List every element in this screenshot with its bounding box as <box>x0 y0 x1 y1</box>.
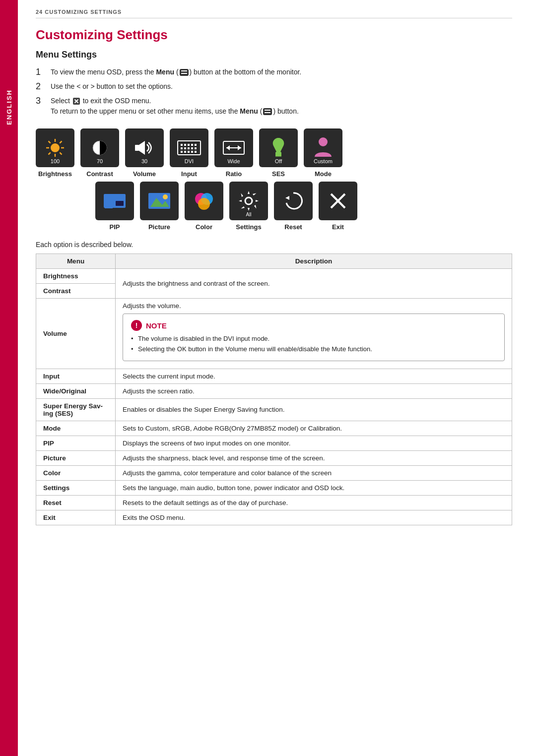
table-col-description: Description <box>116 254 512 269</box>
osd-mode: Custom Mode <box>304 128 342 178</box>
ses-label: SES <box>272 170 285 178</box>
note-list: The volume is disabled in the DVI input … <box>131 334 496 355</box>
menu-volume: Volume <box>36 299 116 369</box>
desc-mode: Sets to Custom, sRGB, Adobe RGB(Only 27M… <box>116 421 512 436</box>
picture-icon <box>147 191 171 211</box>
note-item: Selecting the OK button in the Volume me… <box>131 344 496 355</box>
svg-rect-17 <box>195 144 197 146</box>
svg-rect-36 <box>116 201 124 206</box>
main-content: 24 CUSTOMIZING SETTINGS Customizing Sett… <box>18 0 536 756</box>
page-header: 24 CUSTOMIZING SETTINGS <box>36 9 512 18</box>
svg-rect-27 <box>195 151 197 153</box>
mode-icon <box>314 137 333 159</box>
note-item: The volume is disabled in the DVI input … <box>131 334 496 344</box>
table-row: Mode Sets to Custom, sRGB, Adobe RGB(Onl… <box>36 421 512 436</box>
x-icon-step3 <box>73 98 80 105</box>
note-icon: ! <box>131 320 142 331</box>
table-row: Volume Adjusts the volume. ! NOTE The vo… <box>36 299 512 369</box>
input-value: DVI <box>170 158 208 164</box>
ratio-value: Wide <box>214 158 253 164</box>
menu-color: Color <box>36 465 116 480</box>
table-row: Settings Sets the language, main audio, … <box>36 480 512 495</box>
menu-icon-step1 <box>180 69 189 76</box>
settings-icon <box>238 190 260 212</box>
svg-rect-10 <box>135 145 139 151</box>
pip-label: PIP <box>110 223 120 231</box>
volume-value: 30 <box>125 158 164 164</box>
note-box: ! NOTE The volume is disabled in the DVI… <box>123 314 505 361</box>
contrast-label: Contrast <box>86 170 113 178</box>
sidebar: ENGLISH <box>0 0 18 756</box>
brightness-value: 100 <box>36 158 74 164</box>
step-1: 1 To view the menu OSD, press the Menu (… <box>36 67 512 77</box>
sub-title: Menu Settings <box>36 50 512 60</box>
picture-label: Picture <box>148 223 170 231</box>
reset-icon <box>282 190 304 212</box>
table-row: Picture Adjusts the sharpness, black lev… <box>36 450 512 465</box>
desc-reset: Resets to the default settings as of the… <box>116 495 512 510</box>
menu-table: Menu Description Brightness Adjusts the … <box>36 253 512 525</box>
menu-brightness: Brightness <box>36 269 116 284</box>
menu-pip: PIP <box>36 436 116 450</box>
svg-point-0 <box>51 143 60 152</box>
svg-rect-13 <box>181 144 183 146</box>
osd-exit: Exit <box>319 182 357 231</box>
svg-rect-14 <box>184 144 186 146</box>
svg-marker-31 <box>238 145 241 150</box>
desc-color: Adjusts the gamma, color temperature and… <box>116 465 512 480</box>
table-row: Color Adjusts the gamma, color temperatu… <box>36 465 512 480</box>
desc-pip: Displays the screens of two input modes … <box>116 436 512 450</box>
menu-reset: Reset <box>36 495 116 510</box>
svg-point-43 <box>198 198 210 210</box>
table-row: Wide/Original Adjusts the screen ratio. <box>36 383 512 398</box>
desc-exit: Exits the OSD menu. <box>116 510 512 525</box>
svg-rect-20 <box>188 147 190 149</box>
menu-mode: Mode <box>36 421 116 436</box>
svg-rect-15 <box>188 144 190 146</box>
brightness-label: Brightness <box>38 170 72 178</box>
osd-contrast: 70 Contrast <box>80 128 119 178</box>
svg-rect-25 <box>188 151 190 153</box>
desc-volume: Adjusts the volume. ! NOTE The volume is… <box>116 299 512 369</box>
ses-value: Off <box>259 158 298 164</box>
osd-input: DVI Input <box>170 128 208 178</box>
ratio-label: Ratio <box>226 170 242 178</box>
svg-marker-45 <box>285 196 289 200</box>
reset-label: Reset <box>284 223 302 231</box>
input-label: Input <box>181 170 197 178</box>
osd-color: Color <box>185 182 223 231</box>
table-row: Input Selects the current input mode. <box>36 369 512 383</box>
contrast-icon <box>90 138 110 158</box>
desc-wide: Adjusts the screen ratio. <box>116 383 512 398</box>
step-3: 3 Select to exit the OSD menu. To return… <box>36 96 512 117</box>
desc-input: Selects the current input mode. <box>116 369 512 383</box>
color-label: Color <box>196 223 212 231</box>
contrast-value: 70 <box>80 158 119 164</box>
svg-rect-21 <box>191 147 193 149</box>
menu-picture: Picture <box>36 450 116 465</box>
osd-volume: 30 Volume <box>125 128 164 178</box>
svg-point-40 <box>163 194 168 199</box>
menu-contrast: Contrast <box>36 284 116 299</box>
description-text: Each option is described below. <box>36 241 512 249</box>
desc-ses: Enables or disables the Super Energy Sav… <box>116 398 512 421</box>
steps-list: 1 To view the menu OSD, press the Menu (… <box>36 67 512 117</box>
osd-icons-section: 100 Brightness 70 Contrast <box>36 128 512 231</box>
color-icon <box>193 190 215 212</box>
step-2: 2 Use the < or > button to set the optio… <box>36 81 512 92</box>
osd-ses: Off SES <box>259 128 298 178</box>
menu-icon-step3 <box>263 108 272 115</box>
menu-input: Input <box>36 369 116 383</box>
settings-label: Settings <box>236 223 261 231</box>
table-col-menu: Menu <box>36 254 116 269</box>
osd-ratio: Wide Ratio <box>214 128 253 178</box>
svg-point-44 <box>245 197 252 204</box>
osd-reset: Reset <box>274 182 313 231</box>
desc-brightness: Adjusts the brightness and contrast of t… <box>116 269 512 299</box>
desc-settings: Sets the language, main audio, button to… <box>116 480 512 495</box>
mode-label: Mode <box>315 170 332 178</box>
ses-icon <box>269 137 287 159</box>
svg-marker-30 <box>226 145 230 150</box>
ratio-icon <box>222 140 245 155</box>
svg-rect-26 <box>191 151 193 153</box>
